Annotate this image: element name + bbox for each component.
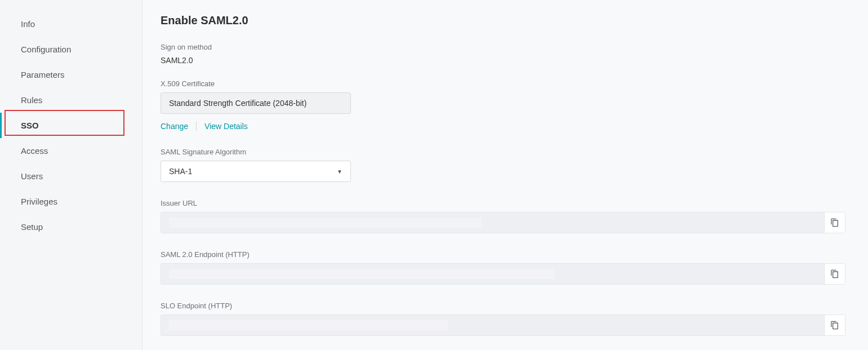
sidebar-item-access[interactable]: Access — [0, 138, 142, 163]
sign-on-method-section: Sign on method SAML2.0 — [161, 43, 845, 65]
saml-endpoint-row — [161, 263, 845, 285]
sidebar-item-info[interactable]: Info — [0, 11, 142, 37]
sidebar-item-label: Parameters — [21, 70, 65, 79]
issuer-url-value-redacted — [169, 218, 482, 228]
slo-endpoint-label: SLO Endpoint (HTTP) — [161, 302, 845, 310]
link-divider — [196, 122, 197, 131]
certificate-actions: Change View Details — [161, 122, 845, 131]
signature-algorithm-value: SHA-1 — [169, 167, 192, 176]
signature-algorithm-section: SAML Signature Algorithm SHA-1 ▼ — [161, 148, 845, 182]
issuer-url-input[interactable] — [161, 212, 824, 233]
main-panel: Enable SAML2.0 Sign on method SAML2.0 X.… — [143, 0, 868, 350]
copy-slo-endpoint-button[interactable] — [824, 314, 845, 336]
saml-endpoint-input[interactable] — [161, 263, 824, 285]
sidebar-item-privileges[interactable]: Privileges — [0, 189, 142, 214]
saml-endpoint-value-redacted — [169, 269, 555, 279]
sidebar-item-label: Info — [21, 19, 35, 29]
slo-endpoint-value-redacted — [169, 320, 448, 330]
sidebar-item-label: SSO — [21, 121, 39, 130]
caret-down-icon: ▼ — [337, 169, 342, 175]
sidebar: Info Configuration Parameters Rules SSO … — [0, 0, 143, 350]
sidebar-item-label: Configuration — [21, 45, 71, 54]
view-details-link[interactable]: View Details — [204, 122, 248, 131]
sidebar-item-sso[interactable]: SSO — [0, 113, 142, 138]
change-certificate-link[interactable]: Change — [161, 122, 188, 131]
sidebar-item-configuration[interactable]: Configuration — [0, 37, 142, 62]
issuer-url-section: Issuer URL — [161, 199, 845, 233]
sidebar-item-label: Users — [21, 171, 43, 181]
slo-endpoint-input[interactable] — [161, 314, 824, 336]
certificate-label: X.509 Certificate — [161, 79, 845, 88]
certificate-section: X.509 Certificate Standard Strength Cert… — [161, 79, 845, 131]
sidebar-item-label: Rules — [21, 95, 42, 105]
copy-icon — [830, 218, 839, 227]
sidebar-item-label: Access — [21, 146, 48, 156]
slo-endpoint-section: SLO Endpoint (HTTP) — [161, 302, 845, 336]
saml-endpoint-section: SAML 2.0 Endpoint (HTTP) — [161, 250, 845, 285]
sign-on-method-value: SAML2.0 — [161, 56, 845, 65]
sidebar-item-parameters[interactable]: Parameters — [0, 62, 142, 87]
signature-algorithm-select-wrap: SHA-1 ▼ — [161, 161, 351, 182]
issuer-url-label: Issuer URL — [161, 199, 845, 207]
certificate-value-box: Standard Strength Certificate (2048-bit) — [161, 92, 351, 114]
slo-endpoint-row — [161, 314, 845, 336]
sidebar-item-setup[interactable]: Setup — [0, 214, 142, 240]
sidebar-item-rules[interactable]: Rules — [0, 87, 142, 113]
issuer-url-row — [161, 212, 845, 233]
sign-on-method-label: Sign on method — [161, 43, 845, 51]
copy-saml-endpoint-button[interactable] — [824, 263, 845, 285]
copy-issuer-url-button[interactable] — [824, 212, 845, 233]
sidebar-item-users[interactable]: Users — [0, 163, 142, 189]
sidebar-item-label: Setup — [21, 222, 43, 232]
page-title: Enable SAML2.0 — [161, 14, 845, 27]
signature-algorithm-select[interactable]: SHA-1 ▼ — [161, 161, 351, 182]
saml-endpoint-label: SAML 2.0 Endpoint (HTTP) — [161, 250, 845, 259]
signature-algorithm-label: SAML Signature Algorithm — [161, 148, 845, 156]
sidebar-item-label: Privileges — [21, 197, 57, 206]
copy-icon — [830, 321, 839, 330]
copy-icon — [830, 269, 839, 278]
certificate-value: Standard Strength Certificate (2048-bit) — [169, 99, 306, 108]
